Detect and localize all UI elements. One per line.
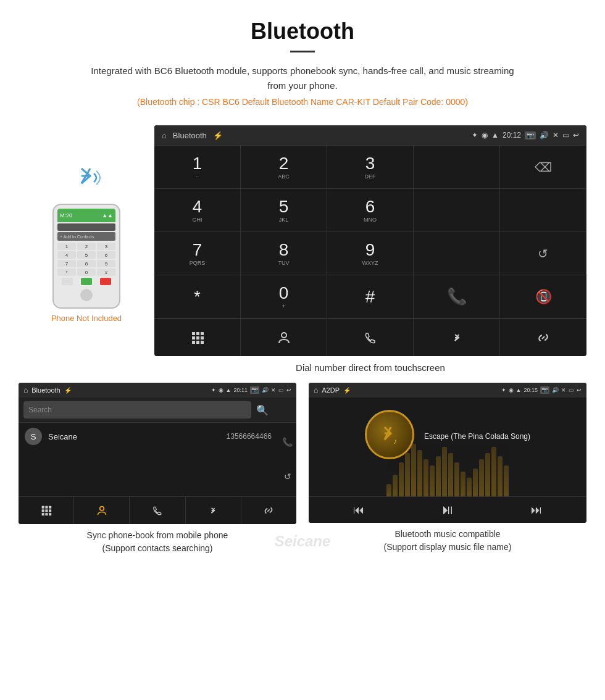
x-icon[interactable]: ✕ [553,131,559,140]
music-next-btn[interactable]: ⏭ [531,504,542,517]
dp-call-btn[interactable]: 📞 [414,275,500,319]
phone-end-btn [100,278,111,285]
tb-link-btn[interactable] [500,319,586,356]
back-icon[interactable]: ↩ [573,131,579,140]
music-home-icon[interactable]: ⌂ [314,386,318,394]
svg-rect-11 [45,506,48,509]
svg-rect-8 [201,341,204,344]
svg-rect-12 [49,506,51,509]
status-right: ✦ ◉ ▲ 20:12 📷 🔊 ✕ ▭ ↩ [472,131,579,140]
bluetooth-icon [450,331,464,344]
home-icon[interactable]: ⌂ [162,131,167,140]
link-icon [536,331,550,344]
pb-phone-icon [152,505,163,516]
eq-bar [467,478,472,496]
tb-dialpad-btn[interactable] [154,319,241,356]
pb-tb-dialpad[interactable] [19,497,74,524]
page-description: Integrated with BC6 Bluetooth module, su… [86,64,519,93]
dp-letters-2: ABC [278,173,290,180]
location-icon: ◉ [482,131,488,140]
pb-vol-icon: 🔊 [262,387,269,393]
main-content: M:20 ▲▲ + Add to Contacts 1 2 3 4 5 6 7 … [0,125,605,383]
dp-key-5[interactable]: 5 JKL [241,189,327,232]
pb-status-right: ✦ ◉ ▲ 20:11 📷 🔊 ✕ ▭ ↩ [211,386,291,394]
pb-tb-bluetooth[interactable] [186,497,241,524]
dp-key-1[interactable]: 1 ∙∙ [154,146,241,189]
pb-contact-avatar: S [25,428,42,445]
bt-signal-icon [68,162,105,199]
pb-contact-row[interactable]: S Seicane 13566664466 [19,422,296,450]
svg-rect-16 [41,513,44,515]
eq-bar [504,465,509,496]
dp-key-2[interactable]: 2 ABC [241,146,327,189]
page-header: Bluetooth Integrated with BC6 Bluetooth … [0,0,605,125]
dp-key-4[interactable]: 4 GHI [154,189,241,232]
dp-letters-8: TUV [278,260,290,266]
pb-tb-contacts[interactable] [74,497,130,524]
phone-key-9: 9 [97,260,115,267]
pb-home-icon[interactable]: ⌂ [23,386,28,394]
volume-icon[interactable]: 🔊 [540,131,549,140]
pb-tb-phone[interactable] [130,497,185,524]
dp-key-0[interactable]: 0 + [241,275,327,319]
music-prev-btn[interactable]: ⏮ [353,504,364,517]
music-screen: ⌂ A2DP ⚡ ✦ ◉ ▲ 20:15 📷 🔊 ✕ ▭ ↩ [309,383,586,523]
music-play-pause-btn[interactable]: ⏯ [441,502,454,518]
dp-key-6[interactable]: 6 MNO [327,189,414,232]
pb-x-icon: ✕ [271,387,276,393]
big-screen-col: ⌂ Bluetooth ⚡ ✦ ◉ ▲ 20:12 📷 🔊 ✕ ▭ ↩ [154,125,586,383]
pb-side-refresh-icon[interactable]: ↺ [284,472,291,481]
svg-rect-3 [192,336,195,340]
tb-bluetooth-btn[interactable] [414,319,500,356]
pb-search-input[interactable]: Search [23,401,251,419]
phone-key-3: 3 [97,243,115,250]
dp-display-area [414,146,500,189]
dp-key-hash[interactable]: # [327,275,414,319]
person-icon [277,331,291,344]
refresh-icon: ↺ [538,246,548,261]
music-statusbar: ⌂ A2DP ⚡ ✦ ◉ ▲ 20:15 📷 🔊 ✕ ▭ ↩ [309,383,586,398]
music-location-icon: ◉ [509,387,514,393]
pb-signal-icon: ▲ [226,387,232,393]
pb-contact-number: 13566664466 [227,432,272,441]
page-title: Bluetooth [25,19,580,44]
search-icon[interactable]: 🔍 [256,404,269,416]
dp-key-9[interactable]: 9 WXYZ [327,232,414,275]
phone-key-hash: # [97,269,115,276]
bottom-screenshots-row: ⌂ Bluetooth ⚡ ✦ ◉ ▲ 20:11 📷 🔊 ✕ ▭ ↩ [0,383,605,570]
dp-end-btn[interactable]: 📵 [500,275,586,319]
camera-icon[interactable]: 📷 [525,131,536,140]
music-bt-icon: ✦ [501,387,506,393]
status-left: ⌂ Bluetooth ⚡ [162,131,223,140]
call-icon: 📞 [447,287,467,306]
phone-key-star: * [57,269,76,276]
phone-key-6: 6 [97,251,115,259]
phone-key-1: 1 [57,243,76,250]
music-status-right: ✦ ◉ ▲ 20:15 📷 🔊 ✕ ▭ ↩ [501,386,582,394]
dp-key-7[interactable]: 7 PQRS [154,232,241,275]
window-icon[interactable]: ▭ [562,131,569,140]
music-content-area: ♪ Escape (The Pina Colada Song) [309,398,586,496]
dp-key-star[interactable]: * [154,275,241,319]
pb-side-phone-icon[interactable]: 📞 [282,437,293,447]
big-screen: ⌂ Bluetooth ⚡ ✦ ◉ ▲ 20:12 📷 🔊 ✕ ▭ ↩ [154,125,586,356]
svg-rect-17 [45,513,48,515]
dp-letters-3: DEF [365,173,376,180]
svg-point-9 [282,333,286,338]
dp-refresh-btn[interactable]: ↺ [500,232,586,275]
dp-key-8[interactable]: 8 TUV [241,232,327,275]
pb-tb-link[interactable] [241,497,296,524]
dp-backspace-btn[interactable]: ⌫ [500,146,586,189]
dp-key-3[interactable]: 3 DEF [327,146,414,189]
music-controls: ⏮ ⏯ ⏭ [309,496,586,523]
dp-num-2: 2 [279,155,289,172]
music-win-icon: ▭ [569,387,574,393]
phone-top-bar: M:20 ▲▲ [57,209,115,222]
dp-letters-6: MNO [364,217,377,223]
tb-contacts-btn[interactable] [241,319,327,356]
phone-bottom-row [57,278,115,285]
pb-side-icons: 📞 ↺ [282,422,293,496]
bt-specs: (Bluetooth chip : CSR BC6 Default Blueto… [25,97,580,107]
dp-letters-9: WXYZ [362,260,378,266]
tb-phone-btn[interactable] [327,319,414,356]
